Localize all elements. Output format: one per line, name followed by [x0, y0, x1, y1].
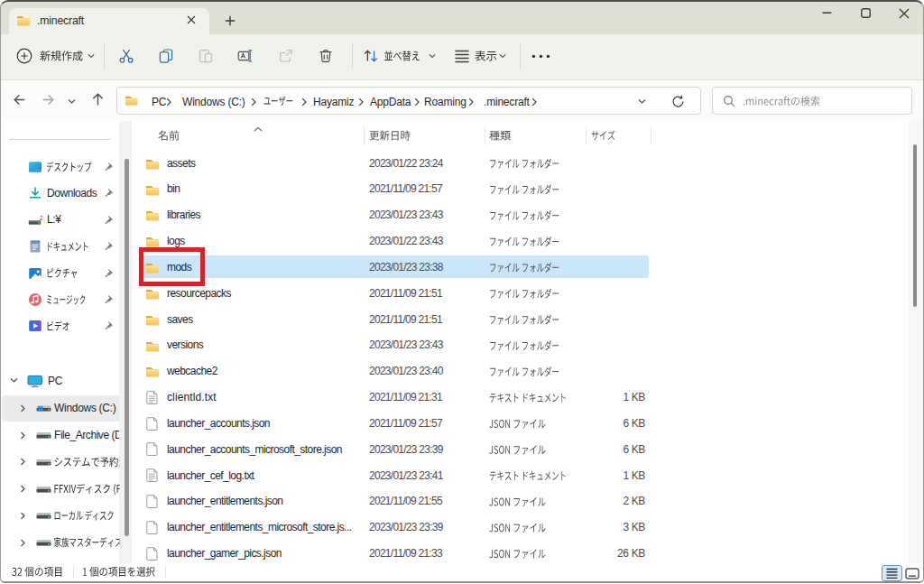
svg-text:2: 2: [40, 214, 42, 220]
